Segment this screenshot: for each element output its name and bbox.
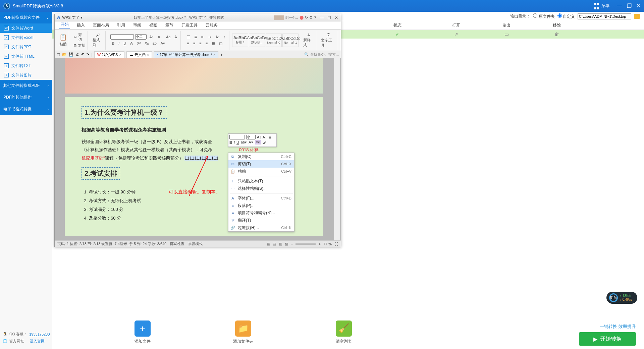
print-icon[interactable]: 🖨	[75, 53, 79, 57]
output-icon[interactable]: ▭	[504, 32, 509, 37]
indent-dec-icon[interactable]: ⇤	[200, 34, 206, 40]
undo-icon[interactable]: ↶	[81, 52, 84, 57]
site-link[interactable]: 进入官网	[30, 339, 45, 344]
add-tab-icon[interactable]: +	[220, 53, 222, 57]
doctab-current[interactable]: ▪17年上半年计算一级报考.docx *×	[154, 51, 218, 58]
zoom-slider[interactable]	[296, 243, 316, 245]
bullets-icon[interactable]: ≣	[268, 135, 271, 139]
ribbon-format-painter[interactable]: 🖌 格式刷	[91, 31, 106, 50]
copy-icon[interactable]: ⧉	[74, 43, 76, 48]
trash-icon[interactable]: 🗑	[554, 32, 559, 37]
mini-size-input[interactable]	[246, 135, 256, 139]
sidebar-item-txt[interactable]: T文件转TXT	[0, 61, 52, 70]
shading-icon[interactable]: ▦	[210, 41, 216, 46]
gear-icon[interactable]: ⚙	[309, 15, 313, 20]
open-icon[interactable]: ↗	[454, 32, 458, 37]
output-path-input[interactable]	[578, 13, 631, 19]
close-tab-icon[interactable]: ×	[213, 53, 215, 57]
folder-icon[interactable]	[634, 14, 640, 19]
sidebar-cat-ebook[interactable]: 电子书格式转换›	[0, 103, 52, 115]
bold-icon[interactable]: B	[229, 140, 232, 144]
status-spell[interactable]: 拼写检查	[170, 241, 184, 246]
save-icon[interactable]: 💾	[69, 52, 73, 57]
menu-item[interactable]: 🔗超链接(H)...Ctrl+K	[228, 224, 294, 231]
clear-format-icon[interactable]: A̶	[173, 34, 178, 40]
numbering-icon[interactable]: ≣	[193, 34, 199, 40]
add-file-button[interactable]: ＋ 添加文件	[92, 321, 193, 344]
menu-item[interactable]: ⇄翻译(T)	[228, 217, 294, 224]
menu-item[interactable]: ≣项目符号和编号(N)...	[228, 209, 294, 217]
maximize-icon[interactable]: ❐	[627, 3, 632, 9]
view-print-icon[interactable]: ▦	[267, 242, 270, 246]
style-preset[interactable]: AaBbCcDcNormal_0	[266, 34, 282, 47]
sidebar-cat-pdf-other-ops[interactable]: PDF的其他操作›	[0, 92, 52, 103]
tab-section[interactable]: 章节	[164, 21, 175, 29]
sidebar-item-ppt[interactable]: P文件转PPT	[0, 42, 52, 52]
italic-icon[interactable]: I	[117, 41, 121, 46]
bullets-icon[interactable]: ☰	[185, 34, 192, 40]
zoom-out-icon[interactable]: −	[291, 242, 293, 246]
italic-icon[interactable]: I	[234, 140, 235, 144]
maximize-icon[interactable]: ☐	[326, 15, 332, 20]
bold-icon[interactable]: B	[110, 41, 116, 46]
tab-devtools[interactable]: 开发工具	[180, 21, 199, 29]
menu-item[interactable]: A字体(F)...Ctrl+D	[228, 194, 294, 202]
style-preset[interactable]: AaBbCcDc默认段...	[249, 34, 265, 47]
font-color-icon[interactable]: A▾	[249, 140, 253, 144]
view-web-icon[interactable]: ▥	[279, 242, 282, 246]
sidebar-item-excel[interactable]: X文件转Excel	[0, 33, 52, 42]
sort-icon[interactable]: A↕	[214, 34, 221, 40]
net-speed-widget[interactable]: 51% ↑ 13K/s ↓ 0.4K/s	[606, 292, 637, 304]
clear-list-button[interactable]: 🧹 清空列表	[293, 321, 394, 344]
subscript-icon[interactable]: X₂	[143, 41, 150, 46]
menu-item[interactable]: T只粘贴文本(T)	[228, 177, 294, 185]
style-preset[interactable]: AaBbCcDcNormal_1	[282, 34, 299, 47]
font-family-input[interactable]	[110, 34, 134, 40]
format-painter-icon[interactable]: 🖌	[263, 140, 266, 144]
wps-page-area[interactable]: 1.为什么要考计算机一级？ 根据高等教育自学考试课程免考实施细则 获得全国计算机…	[55, 58, 341, 240]
grow-font-icon[interactable]: A↑	[148, 34, 155, 40]
tab-insert[interactable]: 插入	[75, 21, 86, 29]
change-case-icon[interactable]: Aa	[165, 34, 172, 40]
sidebar-item-word[interactable]: W文件转Word	[0, 23, 52, 33]
mini-font-input[interactable]	[229, 135, 245, 139]
help-icon[interactable]: ?	[314, 16, 316, 20]
menu-item[interactable]: 📋粘贴Ctrl+V	[228, 168, 294, 175]
radio-custom[interactable]: 自定义	[557, 13, 575, 19]
align-center-icon[interactable]: ≡	[192, 41, 197, 46]
close-icon[interactable]: ✕	[636, 3, 641, 9]
view-read-icon[interactable]: ▤	[273, 242, 276, 246]
doctab-cloud[interactable]: ☁云文档×	[126, 51, 152, 58]
open-icon[interactable]: 📂	[62, 52, 67, 57]
close-icon[interactable]: ✕	[333, 15, 339, 20]
menu-button[interactable]: 菜单	[591, 0, 612, 12]
search-hint[interactable]: 🔍 查找命令、搜索...	[304, 52, 339, 57]
highlight-icon[interactable]: ab▾	[241, 140, 247, 144]
zoom-value[interactable]: 77 %	[323, 242, 332, 246]
redo-icon[interactable]: ↷	[86, 52, 89, 57]
minimize-icon[interactable]: —	[617, 3, 622, 9]
superscript-icon[interactable]: X²	[136, 41, 142, 46]
sidebar-item-image[interactable]: I文件转图片	[0, 70, 52, 80]
ribbon-text-tool[interactable]: 文文字工具	[319, 31, 338, 50]
menu-item[interactable]: ⧉复制(C)Ctrl+C	[228, 153, 294, 160]
scrollbar[interactable]	[334, 58, 340, 240]
zoom-in-icon[interactable]: +	[318, 242, 320, 246]
shrink-font-icon[interactable]: A↓	[156, 34, 163, 40]
tab-layout[interactable]: 页面布局	[92, 21, 110, 29]
align-right-icon[interactable]: ≡	[198, 41, 203, 46]
radio-source-folder[interactable]: 原文件夹	[533, 13, 554, 19]
sidebar-cat-other-to-pdf[interactable]: 其他文件转换成PDF›	[0, 80, 52, 92]
badge-icon[interactable]: ⬤	[300, 15, 304, 20]
tab-reference[interactable]: 引用	[116, 21, 126, 29]
menu-item[interactable]: ⋯选择性粘贴(S)...	[228, 185, 294, 192]
font-color-icon[interactable]: A▾	[159, 41, 166, 46]
tab-start[interactable]: 开始	[59, 21, 70, 29]
minimize-icon[interactable]: —	[319, 15, 325, 20]
doctab-mywps[interactable]: W我的WPS×	[94, 51, 124, 58]
scissors-icon[interactable]: ✂	[74, 35, 77, 40]
strike-icon[interactable]: A̵	[129, 41, 134, 46]
qq-link[interactable]: 1933175230	[29, 332, 50, 336]
tab-review[interactable]: 审阅	[132, 21, 143, 29]
border-icon[interactable]: ▢	[218, 41, 224, 46]
